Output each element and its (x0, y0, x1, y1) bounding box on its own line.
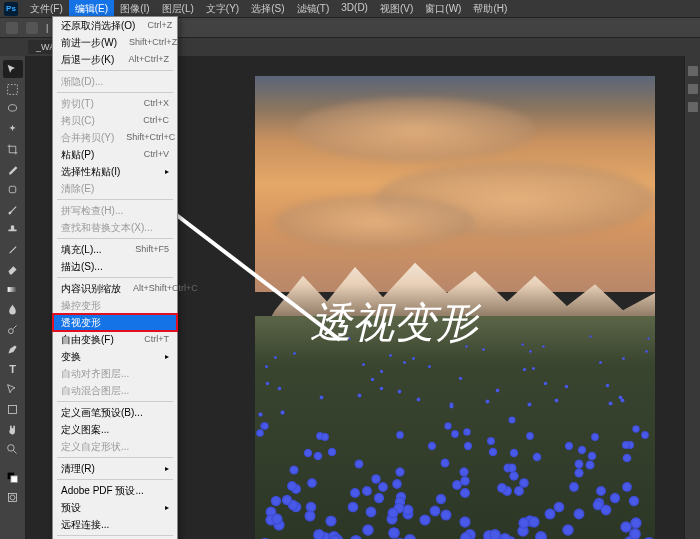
menu-item[interactable]: 选择(S) (245, 0, 290, 18)
right-panel-dock (684, 56, 700, 539)
heal-tool[interactable] (3, 180, 23, 198)
quickmask-icon[interactable] (3, 488, 23, 506)
svg-point-6 (8, 444, 15, 451)
toolbox: T (0, 56, 26, 539)
svg-rect-5 (8, 405, 16, 413)
menu-entry: 合并拷贝(Y)Shift+Ctrl+C (53, 129, 177, 146)
menu-entry: 查找和替换文本(X)... (53, 219, 177, 236)
brush-tool[interactable] (3, 200, 23, 218)
menu-separator (57, 479, 173, 480)
svg-rect-8 (11, 475, 18, 482)
hand-tool[interactable] (3, 420, 23, 438)
stamp-tool[interactable] (3, 220, 23, 238)
menu-item[interactable]: 文件(F) (24, 0, 69, 18)
pen-tool[interactable] (3, 340, 23, 358)
menu-item[interactable]: 图层(L) (156, 0, 200, 18)
menu-entry[interactable]: 定义画笔预设(B)... (53, 404, 177, 421)
type-tool[interactable]: T (3, 360, 23, 378)
menu-entry[interactable]: 远程连接... (53, 516, 177, 533)
menu-entry[interactable]: 前进一步(W)Shift+Ctrl+Z (53, 34, 177, 51)
document-canvas[interactable] (255, 76, 655, 539)
menu-entry[interactable]: 描边(S)... (53, 258, 177, 275)
menu-item[interactable]: 编辑(E) (69, 0, 114, 18)
menu-entry: 自动混合图层... (53, 382, 177, 399)
menu-entry[interactable]: 还原取消选择(O)Ctrl+Z (53, 17, 177, 34)
svg-rect-0 (8, 84, 18, 94)
menu-entry[interactable]: 选择性粘贴(I) (53, 163, 177, 180)
menu-entry[interactable]: 清理(R) (53, 460, 177, 477)
menu-item[interactable]: 视图(V) (374, 0, 419, 18)
menu-separator (57, 535, 173, 536)
menu-entry: 拷贝(C)Ctrl+C (53, 112, 177, 129)
dodge-tool[interactable] (3, 320, 23, 338)
menu-entry: 操控变形 (53, 297, 177, 314)
menu-item[interactable]: 帮助(H) (467, 0, 513, 18)
svg-point-1 (8, 104, 16, 111)
menu-separator (57, 70, 173, 71)
menu-entry[interactable]: 填充(L)...Shift+F5 (53, 241, 177, 258)
menu-entry[interactable]: 内容识别缩放Alt+Shift+Ctrl+C (53, 280, 177, 297)
tool-preset-icon[interactable] (6, 22, 18, 34)
menu-separator (57, 92, 173, 93)
menu-entry[interactable]: 变换 (53, 348, 177, 365)
menu-entry[interactable]: 自由变换(F)Ctrl+T (53, 331, 177, 348)
menu-item[interactable]: 3D(D) (335, 0, 374, 18)
menu-item[interactable]: 窗口(W) (419, 0, 467, 18)
menu-entry: 清除(E) (53, 180, 177, 197)
eyedropper-tool[interactable] (3, 160, 23, 178)
panel-icon[interactable] (688, 84, 698, 94)
menu-entry: 渐隐(D)... (53, 73, 177, 90)
image-field-region (255, 316, 655, 539)
menu-separator (57, 457, 173, 458)
menu-entry: 定义自定形状... (53, 438, 177, 455)
eraser-tool[interactable] (3, 260, 23, 278)
svg-point-4 (8, 328, 13, 333)
ps-logo-icon: Ps (4, 2, 18, 16)
menu-entry: 剪切(T)Ctrl+X (53, 95, 177, 112)
menu-separator (57, 277, 173, 278)
menu-entry[interactable]: 定义图案... (53, 421, 177, 438)
menu-separator (57, 238, 173, 239)
svg-point-10 (10, 495, 15, 500)
menu-entry[interactable]: Adobe PDF 预设... (53, 482, 177, 499)
wand-tool[interactable] (3, 120, 23, 138)
crop-tool[interactable] (3, 140, 23, 158)
edit-menu-dropdown: 还原取消选择(O)Ctrl+Z前进一步(W)Shift+Ctrl+Z后退一步(K… (52, 16, 178, 539)
zoom-tool[interactable] (3, 440, 23, 458)
svg-rect-2 (9, 186, 16, 193)
menu-item[interactable]: 滤镜(T) (291, 0, 336, 18)
path-tool[interactable] (3, 380, 23, 398)
menu-entry[interactable]: 粘贴(P)Ctrl+V (53, 146, 177, 163)
svg-rect-3 (8, 287, 18, 292)
blur-tool[interactable] (3, 300, 23, 318)
marquee-tool[interactable] (3, 80, 23, 98)
menu-separator (57, 401, 173, 402)
menu-item[interactable]: 文字(Y) (200, 0, 245, 18)
history-brush-tool[interactable] (3, 240, 23, 258)
options-divider: | (46, 23, 48, 33)
panel-icon[interactable] (688, 102, 698, 112)
menu-entry: 拼写检查(H)... (53, 202, 177, 219)
menu-entry: 自动对齐图层... (53, 365, 177, 382)
menu-item[interactable]: 图像(I) (114, 0, 155, 18)
menu-entry[interactable]: 透视变形 (53, 314, 177, 331)
option-icon[interactable] (26, 22, 38, 34)
foreground-color[interactable] (3, 468, 23, 486)
menu-separator (57, 199, 173, 200)
move-tool[interactable] (3, 60, 23, 78)
panel-icon[interactable] (688, 66, 698, 76)
gradient-tool[interactable] (3, 280, 23, 298)
shape-tool[interactable] (3, 400, 23, 418)
menu-entry[interactable]: 后退一步(K)Alt+Ctrl+Z (53, 51, 177, 68)
lasso-tool[interactable] (3, 100, 23, 118)
menu-entry[interactable]: 预设 (53, 499, 177, 516)
